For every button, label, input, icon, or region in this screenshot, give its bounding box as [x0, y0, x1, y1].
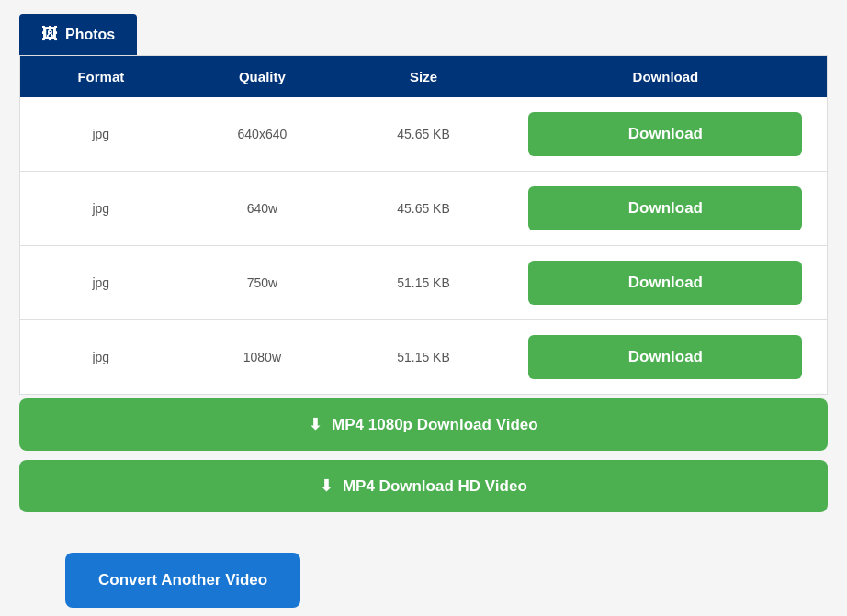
- big-buttons-container: ⬇ MP4 1080p Download Video ⬇ MP4 Downloa…: [19, 395, 828, 525]
- cell-format-0: jpg: [20, 97, 182, 171]
- table-row: jpg 640w 45.65 KB Download: [20, 172, 827, 246]
- cell-quality-0: 640x640: [182, 97, 344, 171]
- cell-size-3: 51.15 KB: [343, 320, 504, 394]
- cell-download-1: Download: [504, 172, 827, 245]
- cell-size-2: 51.15 KB: [343, 246, 504, 319]
- mp4-1080p-label: MP4 1080p Download Video: [332, 416, 538, 433]
- cell-size-1: 45.65 KB: [343, 172, 504, 245]
- header-size: Size: [343, 56, 504, 97]
- cell-download-3: Download: [504, 320, 827, 394]
- download-button-0[interactable]: Download: [528, 112, 802, 156]
- header-quality: Quality: [182, 56, 344, 97]
- download-button-2[interactable]: Download: [528, 261, 802, 305]
- cell-format-3: jpg: [20, 320, 182, 394]
- download-table: Format Quality Size Download jpg 640x640…: [19, 55, 828, 395]
- tab-bar: 🖼 Photos: [19, 14, 828, 55]
- cell-quality-2: 750w: [182, 246, 344, 319]
- photos-tab[interactable]: 🖼 Photos: [19, 14, 137, 55]
- download-icon-1: ⬇: [309, 416, 322, 433]
- header-download: Download: [504, 56, 827, 97]
- cell-quality-1: 640w: [182, 172, 344, 245]
- main-container: 🖼 Photos Format Quality Size Download jp…: [19, 14, 828, 608]
- download-icon-2: ⬇: [320, 477, 333, 495]
- cell-size-0: 45.65 KB: [343, 97, 504, 171]
- mp4-1080p-download-button[interactable]: ⬇ MP4 1080p Download Video: [19, 398, 828, 451]
- download-button-1[interactable]: Download: [528, 186, 802, 230]
- download-button-3[interactable]: Download: [528, 335, 802, 379]
- cell-download-0: Download: [504, 97, 827, 171]
- mp4-hd-download-button[interactable]: ⬇ MP4 Download HD Video: [19, 460, 828, 512]
- table-row: jpg 750w 51.15 KB Download: [20, 246, 827, 320]
- cell-format-1: jpg: [20, 172, 182, 245]
- photos-icon: 🖼: [41, 25, 58, 44]
- cell-format-2: jpg: [20, 246, 182, 319]
- cell-quality-3: 1080w: [182, 320, 344, 394]
- table-header: Format Quality Size Download: [20, 56, 827, 97]
- cell-download-2: Download: [504, 246, 827, 319]
- table-row: jpg 1080w 51.15 KB Download: [20, 320, 827, 394]
- table-row: jpg 640x640 45.65 KB Download: [20, 97, 827, 172]
- mp4-hd-label: MP4 Download HD Video: [343, 477, 527, 495]
- convert-another-button[interactable]: Convert Another Video: [65, 553, 300, 608]
- convert-section: Convert Another Video: [19, 525, 828, 608]
- tab-label: Photos: [65, 27, 115, 43]
- header-format: Format: [20, 56, 182, 97]
